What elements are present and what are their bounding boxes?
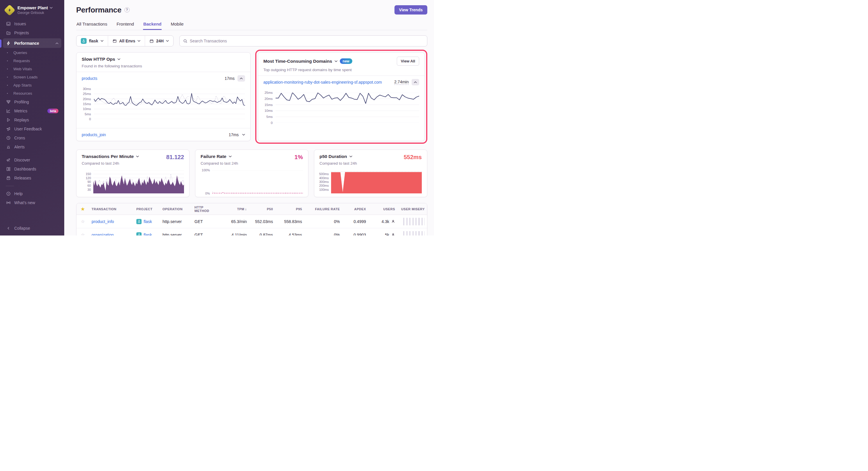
y-axis-labels: 30ms 25ms 20ms 15ms 10ms 5ms 0 (79, 89, 94, 119)
sidebar-item-web-vitals[interactable]: Web Vitals (3, 65, 61, 73)
project-cell: flask (134, 232, 160, 236)
chevron-down-icon[interactable] (118, 58, 120, 60)
sidebar-item-whats-new[interactable]: What's new (3, 198, 61, 207)
project-link[interactable]: flask (144, 233, 152, 236)
metrics-icon (6, 108, 11, 113)
sidebar-item-resources[interactable]: Resources (3, 89, 61, 97)
active-indicator (0, 39, 1, 47)
col-apdex[interactable]: APDEX (342, 207, 368, 211)
transaction-link[interactable]: organization (92, 233, 114, 236)
project-filter[interactable]: flask (76, 36, 108, 46)
table-row: ☆ product_info flask http.server GET 65.… (76, 215, 427, 228)
collapse-row-button[interactable] (238, 75, 245, 81)
slow-http-ops-card: Slow HTTP Ops Found in the following tra… (76, 52, 251, 141)
col-failure-rate[interactable]: FAILURE RATE (304, 207, 342, 211)
transaction-cell: product_info (89, 219, 134, 224)
transaction-link[interactable]: product_info (92, 219, 114, 224)
domains-chart: 25ms 20ms 15ms 10ms 5ms 0 (258, 89, 425, 123)
sidebar-collapse-button[interactable]: Collapse (3, 224, 61, 233)
tab-frontend[interactable]: Frontend (116, 22, 134, 30)
sidebar-item-label: Profiling (14, 100, 29, 104)
user-icon (391, 233, 395, 236)
sidebar-item-screen-loads[interactable]: Screen Loads (3, 73, 61, 81)
col-users[interactable]: USERS (368, 207, 397, 211)
chevron-down-icon[interactable] (349, 156, 352, 157)
chevron-down-icon[interactable] (136, 156, 139, 157)
chevron-left-icon (6, 226, 11, 231)
sidebar-item-label: Help (14, 191, 23, 196)
org-switcher[interactable]: Empower Plant George Gritsouk (3, 4, 61, 19)
flask-project-icon (136, 232, 142, 236)
line-chart (94, 89, 245, 119)
sidebar-item-queries[interactable]: Queries (3, 48, 61, 57)
view-trends-button[interactable]: View Trends (395, 5, 427, 14)
sidebar-item-releases[interactable]: Releases (3, 173, 61, 182)
failure-rate-chart: 100% 0% (199, 170, 303, 193)
sidebar-item-dashboards[interactable]: Dashboards (3, 164, 61, 173)
users-cell: 5k (368, 233, 397, 236)
project-cell: flask (134, 219, 160, 224)
sidebar-item-label: User Feedback (14, 127, 42, 131)
siren-icon (6, 144, 11, 149)
archive-icon (6, 175, 11, 180)
accordion-row-products: products 17ms (76, 72, 250, 85)
search-input[interactable] (190, 39, 424, 43)
tab-mobile[interactable]: Mobile (170, 22, 184, 30)
project-link[interactable]: flask (144, 219, 152, 224)
p50-cell: 0.87ms (249, 233, 275, 236)
sidebar-item-user-feedback[interactable]: User Feedback (3, 124, 61, 133)
sidebar-item-alerts[interactable]: Alerts (3, 142, 61, 151)
page-help-icon[interactable]: ? (124, 7, 130, 12)
card-subtitle: Top outgoing HTTP request domains by tim… (264, 68, 419, 72)
chevron-down-icon[interactable] (229, 156, 232, 157)
environment-filter[interactable]: All Envs (108, 36, 145, 46)
sidebar-item-app-starts[interactable]: App Starts (3, 81, 61, 89)
chevron-down-icon[interactable] (335, 60, 338, 62)
y-axis-labels: 500ms 400ms 300ms 200ms 100ms (318, 170, 331, 193)
col-user-misery[interactable]: USER MISERY (397, 207, 427, 211)
user-misery-bars (403, 231, 425, 236)
col-transaction[interactable]: TRANSACTION (89, 207, 134, 211)
apdex-cell: 0.9903 (342, 233, 368, 236)
sidebar-item-crons[interactable]: Crons (3, 133, 61, 142)
sidebar-item-label: Releases (14, 176, 31, 180)
expand-row-button[interactable] (242, 134, 245, 136)
star-outline-icon[interactable]: ☆ (76, 219, 89, 224)
transaction-link[interactable]: products_join (82, 132, 106, 137)
sidebar-item-help[interactable]: ? Help (3, 189, 61, 198)
col-tpm[interactable]: TPM↓ (220, 207, 249, 211)
accordion-row-products-join: products_join 17ms (76, 128, 250, 141)
environment-icon (113, 39, 117, 43)
sidebar-item-metrics[interactable]: Metrics beta (3, 106, 61, 115)
sidebar-item-profiling[interactable]: Profiling (3, 97, 61, 106)
col-p95[interactable]: P95 (275, 207, 304, 211)
collapse-row-button[interactable] (412, 79, 419, 86)
sidebar-item-performance[interactable]: Performance (3, 38, 61, 48)
sidebar-item-replays[interactable]: Replays (3, 115, 61, 124)
date-range-filter[interactable]: 24H (145, 36, 173, 46)
highlight-ring: Most Time-Consuming Domains new View All… (255, 49, 427, 144)
tab-backend[interactable]: Backend (143, 22, 162, 30)
time-consuming-domains-card: Most Time-Consuming Domains new View All… (258, 52, 425, 141)
sidebar-item-issues[interactable]: Issues (3, 19, 61, 28)
chevron-down-icon (50, 7, 53, 9)
filter-bar: flask All Envs 24H (76, 35, 427, 46)
sidebar-item-projects[interactable]: Projects (3, 28, 61, 37)
sidebar-item-label: Replays (14, 117, 29, 122)
col-project[interactable]: PROJECT (134, 207, 160, 211)
issues-icon (6, 21, 11, 26)
col-operation[interactable]: OPERATION (160, 207, 192, 211)
sidebar-item-requests[interactable]: Requests (3, 57, 61, 65)
duration-value: 17ms (229, 132, 239, 137)
sidebar-item-discover[interactable]: Discover (3, 155, 61, 164)
star-outline-icon[interactable]: ☆ (76, 232, 89, 236)
search-icon (183, 39, 187, 43)
tab-all-transactions[interactable]: All Transactions (76, 22, 107, 30)
http-method-cell: GET (192, 219, 220, 224)
transaction-link[interactable]: products (82, 76, 97, 81)
domain-link[interactable]: application-monitoring-ruby-dot-sales-en… (264, 80, 382, 85)
col-p50[interactable]: P50 (249, 207, 275, 211)
view-all-button[interactable]: View All (397, 57, 419, 66)
col-http-method[interactable]: HTTP METHOD (192, 206, 220, 212)
star-icon[interactable]: ★ (76, 206, 89, 212)
